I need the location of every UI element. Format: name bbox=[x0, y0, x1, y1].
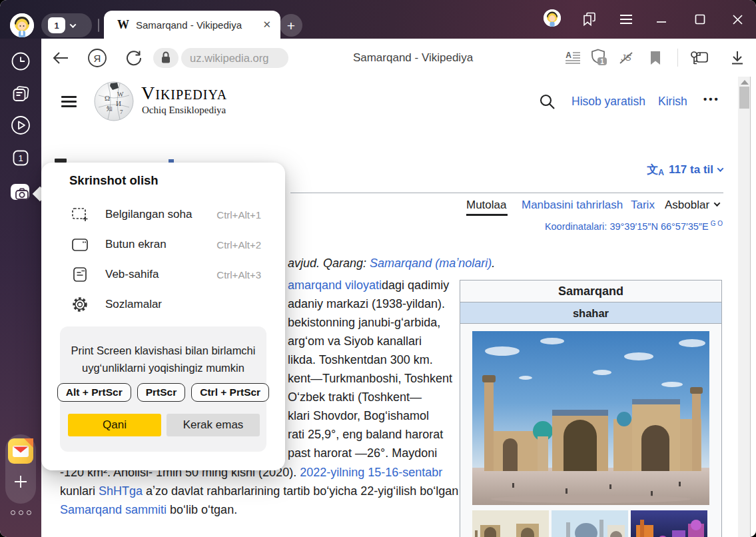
close-button[interactable] bbox=[727, 0, 747, 39]
article-line: klari Shovdor, Bogʻishamol bbox=[288, 406, 429, 425]
tab-close-icon[interactable]: ✕ bbox=[262, 19, 271, 31]
maximize-icon bbox=[695, 14, 705, 25]
coordinates-link[interactable]: Koordinatalari: 39°39′15″N 66°57′35″EG O bbox=[545, 220, 723, 232]
back-arrow-icon bbox=[52, 51, 69, 65]
yandex-mail-button[interactable] bbox=[8, 438, 33, 464]
sidebar-apps-dock bbox=[5, 434, 36, 504]
history-button[interactable] bbox=[0, 51, 41, 71]
thumb-registan-night-photo[interactable] bbox=[631, 510, 707, 537]
minimize-button[interactable] bbox=[651, 0, 671, 39]
reload-icon bbox=[125, 49, 143, 67]
wiki-link[interactable]: Samarqand (maʼnolari) bbox=[370, 257, 492, 270]
screenshot-camera-icon bbox=[9, 183, 32, 204]
yandex-search-button[interactable]: Я bbox=[87, 39, 107, 77]
thumb-shohizinda-photo[interactable] bbox=[472, 510, 549, 537]
add-app-button[interactable] bbox=[8, 469, 33, 494]
accept-button[interactable]: Qani bbox=[68, 414, 161, 436]
scrollbar-thumb[interactable] bbox=[739, 87, 749, 109]
reload-button[interactable] bbox=[124, 39, 144, 77]
sidebar-more-button[interactable] bbox=[0, 510, 41, 515]
avatar-girl-icon bbox=[10, 13, 34, 37]
infobox-thumbnails bbox=[460, 505, 721, 537]
wiki-link[interactable]: ShHTga bbox=[99, 484, 143, 498]
article-line: adaniy markazi (1938-yildan). bbox=[288, 294, 445, 313]
tab-edit-source[interactable]: Manbasini tahrirlash bbox=[522, 199, 623, 212]
browser-window: 1 W Samarqand - Vikipediya ✕ + bbox=[0, 0, 756, 537]
plus-icon bbox=[14, 475, 27, 488]
mail-icon bbox=[8, 438, 33, 464]
yandex-ya-icon: Я bbox=[87, 48, 107, 68]
language-selector[interactable]: 文A 117 ta til bbox=[647, 162, 723, 177]
profile-avatar[interactable] bbox=[10, 13, 34, 37]
article-line: bekistonning janubi-gʻarbida, bbox=[288, 313, 440, 332]
wiki-menu-button[interactable] bbox=[61, 96, 77, 107]
javascript-blocked-button[interactable]: JS bbox=[617, 39, 635, 77]
tab-read[interactable]: Mutolaa bbox=[466, 199, 506, 212]
infobox-main-image[interactable] bbox=[460, 324, 721, 505]
wiki-link[interactable]: Samarqand sammiti bbox=[60, 503, 167, 516]
scrollbar-up-arrow[interactable] bbox=[741, 80, 749, 85]
language-count-label: 117 ta til bbox=[669, 163, 713, 177]
download-icon bbox=[729, 50, 745, 66]
clock-icon bbox=[11, 51, 31, 71]
menu-button[interactable] bbox=[616, 0, 636, 39]
notes-button[interactable] bbox=[0, 84, 41, 104]
thumb-guri-amir-photo[interactable] bbox=[552, 510, 628, 537]
media-button[interactable] bbox=[0, 115, 41, 136]
wikipedia-logo[interactable]: Ω W И 知 7 bbox=[93, 81, 135, 122]
tab-tools[interactable]: Asboblar bbox=[665, 199, 719, 212]
tab-history[interactable]: Tarix bbox=[631, 199, 655, 212]
key-folder-icon bbox=[689, 49, 709, 67]
downloads-button[interactable] bbox=[727, 39, 747, 77]
menu-item-full-screen[interactable]: Butun ekran Ctrl+Alt+2 bbox=[61, 231, 268, 258]
menu-item-settings[interactable]: Sozlamalar bbox=[61, 291, 268, 318]
select-area-icon bbox=[71, 207, 89, 223]
tab-title: Samarqand - Vikipediya bbox=[136, 19, 256, 31]
infobox-title: Samarqand bbox=[460, 280, 721, 302]
screenshot-popup: Skrinshot olish Belgilangan soha Ctrl+Al… bbox=[41, 163, 285, 470]
active-tab[interactable]: W Samarqand - Vikipediya ✕ bbox=[104, 11, 280, 39]
wiki-link[interactable]: amarqand viloyati bbox=[288, 278, 382, 292]
sync-avatar[interactable] bbox=[544, 9, 561, 27]
site-security-badge[interactable] bbox=[153, 48, 179, 68]
search-icon bbox=[539, 93, 556, 110]
bookmark-page-button[interactable] bbox=[646, 39, 665, 77]
wiki-wordmark[interactable]: Vikipediya bbox=[141, 84, 227, 103]
login-link[interactable]: Kirish bbox=[658, 95, 687, 109]
coordinates-sup[interactable]: G O bbox=[711, 220, 723, 227]
translate-icon: 文A bbox=[647, 162, 664, 177]
protect-shield-button[interactable]: 1 bbox=[589, 39, 610, 77]
wiki-link[interactable]: 2022-yilning 15-16-sentabr bbox=[300, 466, 442, 479]
more-options-icon[interactable]: ••• bbox=[703, 93, 720, 105]
article-line: amarqand viloyatidagi qadimiy bbox=[288, 276, 449, 294]
decline-button[interactable]: Kerak emas bbox=[167, 414, 260, 436]
title-divider bbox=[290, 193, 723, 193]
web-page-icon bbox=[71, 267, 89, 282]
tab-count-icon: 1 bbox=[11, 149, 30, 167]
wikipedia-favicon: W bbox=[117, 18, 129, 32]
page-scrollbar[interactable] bbox=[738, 77, 751, 537]
new-tab-button[interactable]: + bbox=[280, 14, 302, 37]
reader-mode-button[interactable]: A bbox=[564, 39, 582, 77]
keycap-ctrl-prtscr: Ctrl + PrtScr bbox=[191, 383, 269, 402]
url-bar[interactable]: uz.wikipedia.org bbox=[181, 48, 288, 68]
tabs-counter-button[interactable]: 1 bbox=[0, 149, 41, 167]
collections-button[interactable] bbox=[579, 0, 599, 39]
menu-item-web-page[interactable]: Veb-sahifa Ctrl+Alt+3 bbox=[61, 261, 268, 288]
chevron-down-icon bbox=[717, 165, 724, 172]
close-icon bbox=[732, 14, 743, 25]
menu-item-select-area[interactable]: Belgilangan soha Ctrl+Alt+1 bbox=[61, 201, 268, 228]
chevron-down-icon bbox=[714, 200, 721, 207]
bookmark-icon bbox=[649, 51, 661, 65]
passwords-button[interactable] bbox=[689, 39, 710, 77]
javascript-blocked-icon: JS bbox=[617, 50, 635, 66]
registan-photo bbox=[472, 331, 709, 505]
article-line: kunlari ShHTga aʼzo davlat rahbarlarinin… bbox=[60, 482, 458, 500]
hint-text: Print Screen klavishasi bilan birlamchi … bbox=[60, 342, 266, 376]
maximize-button[interactable] bbox=[690, 0, 710, 39]
article-line: argʻom va Siyob kanallari bbox=[288, 332, 422, 350]
create-account-link[interactable]: Hisob yaratish bbox=[571, 95, 645, 109]
tab-group-button[interactable]: 1 bbox=[41, 13, 92, 37]
wiki-search-button[interactable] bbox=[537, 91, 557, 112]
back-button[interactable] bbox=[51, 39, 71, 77]
